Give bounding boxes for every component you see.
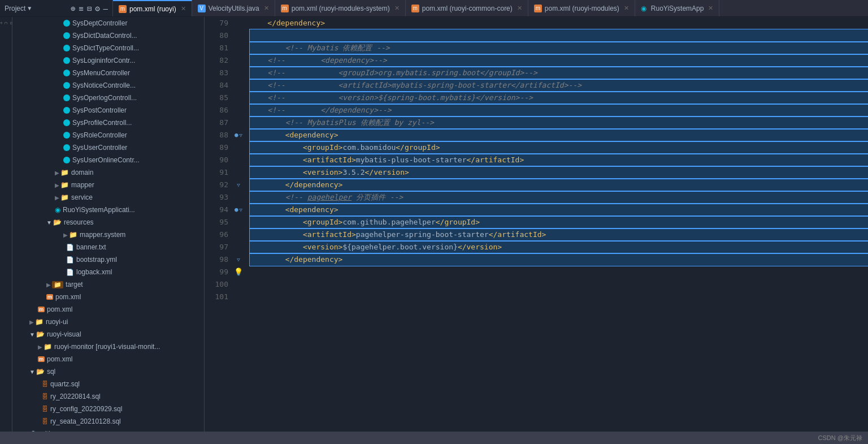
tab-pom-modules-system[interactable]: m pom.xml (ruoyi-modules-system) ✕ <box>275 0 406 16</box>
sidebar-item-sys-dept[interactable]: SysDeptController <box>12 17 204 29</box>
sidebar-item-ruoyi-monitor[interactable]: ▶ 📁 ruoyi-monitor [ruoyi1-visual-monit..… <box>12 340 204 353</box>
sidebar-item-sys-dict-type[interactable]: SysDictTypeControll... <box>12 42 204 54</box>
code-line-91: <version>3.5.2</version> <box>250 166 868 179</box>
sidebar-item-logback[interactable]: 📄 logback.xml <box>12 266 204 278</box>
sidebar-item-sys-role[interactable]: SysRoleController <box>12 129 204 141</box>
code-editor[interactable]: </dependency> <!-- Mybatis 依赖配置 --> <!--… <box>244 17 868 432</box>
code-line-94: <dependency> <box>250 204 868 216</box>
sidebar-item-sys-login[interactable]: SysLogininforContr... <box>12 54 204 67</box>
ruoyi-monitor-folder-icon: 📁 <box>44 343 52 351</box>
tab-bar: Project ▼ ⊕ ≡ ⊟ ⚙ — m pom.xml (ruoyi) ✕ … <box>0 0 868 17</box>
tab-pom-modules-icon: m <box>281 5 289 12</box>
sidebar-item-pom-inner[interactable]: m pom.xml <box>12 291 204 303</box>
code-line-79: </dependency> <box>250 17 868 29</box>
list2-icon[interactable]: ⊟ <box>87 4 92 13</box>
sidebar-item-banner[interactable]: 📄 banner.txt <box>12 241 204 253</box>
project-arrow-icon[interactable]: ▼ <box>28 5 31 11</box>
sidebar-item-ry-sql[interactable]: 🗄 ry_20220814.sql <box>12 390 204 403</box>
sidebar-item-ry-seata-sql[interactable]: 🗄 ry_seata_20210128.sql <box>12 415 204 428</box>
gutter-94[interactable]: ●▽ <box>235 204 242 216</box>
tab-pom-common-core[interactable]: m pom.xml (ruoyi-common-core) ✕ <box>406 0 528 16</box>
sidebar-item-sys-notice[interactable]: SysNoticeControlle... <box>12 79 204 92</box>
add-icon[interactable]: ⊕ <box>71 4 75 13</box>
code-line-99 <box>250 266 868 278</box>
cyan-dot-icon12 <box>63 157 70 163</box>
sidebar-label-sys-dict-data: SysDictDataControl... <box>72 32 137 40</box>
code-line-82: <!-- <dependency>--> <box>250 54 868 67</box>
tab-ruoyi-app[interactable]: ◉ RuoYiSystemApp ✕ <box>635 0 720 16</box>
ruoyi-monitor-arrow-icon: ▶ <box>38 344 42 350</box>
mapper-arrow-icon: ▶ <box>55 182 59 188</box>
sidebar-label-domain: domain <box>71 169 93 176</box>
sidebar-label-target: target <box>66 281 83 288</box>
project-toolbar: ⊕ ≡ ⊟ ⚙ — <box>71 4 108 13</box>
sidebar-item-ruoyi-sys-app[interactable]: ◉ RuoYiSystemApplicati... <box>12 204 204 216</box>
bootstrap-file-icon: 📄 <box>66 256 74 264</box>
code-line-98: </dependency> <box>250 253 868 266</box>
tab-pom-ruoyi[interactable]: m pom.xml (ruoyi) ✕ <box>113 0 192 16</box>
sidebar[interactable]: SysDeptController SysDictDataControl... … <box>12 17 205 432</box>
tab-pom-ruoyi-close[interactable]: ✕ <box>181 5 186 12</box>
sidebar-label-sys-menu: SysMenuController <box>72 69 130 77</box>
sql-folder-icon: 📂 <box>36 368 45 376</box>
code-line-83: <!-- <groupId>org.mybatis.spring.boot</g… <box>250 67 868 79</box>
tab-ruoyi-app-icon: ◉ <box>641 5 646 12</box>
gutter-92[interactable]: ▽ <box>237 179 240 191</box>
sidebar-item-target[interactable]: ▶ 📁 target <box>12 278 204 291</box>
sidebar-label-sys-role: SysRoleController <box>72 131 127 139</box>
sidebar-item-gitignore[interactable]: 🔒 .gitignore <box>12 428 204 432</box>
line-num-92: 92 <box>205 179 228 191</box>
sidebar-item-mapper[interactable]: ▶ 📁 mapper <box>12 179 204 191</box>
sidebar-item-sql[interactable]: ▼ 📂 sql <box>12 365 204 378</box>
cyan-dot-icon10 <box>63 132 70 139</box>
tab-pom-modules-close[interactable]: ✕ <box>394 5 400 12</box>
sidebar-item-sys-dict-data[interactable]: SysDictDataControl... <box>12 29 204 42</box>
sidebar-item-sys-user[interactable]: SysUserController <box>12 141 204 154</box>
ruoyi-ui-folder-icon: 📁 <box>35 318 44 326</box>
sidebar-item-sys-profile[interactable]: SysProfileControll... <box>12 117 204 129</box>
minimize-icon[interactable]: — <box>103 4 108 13</box>
tab-velocity-close[interactable]: ✕ <box>264 5 269 12</box>
target-arrow-icon: ▶ <box>46 282 51 288</box>
sidebar-item-service[interactable]: ▶ 📁 service <box>12 191 204 204</box>
sidebar-item-ry-config-sql[interactable]: 🗄 ry_config_20220929.sql <box>12 403 204 415</box>
gutter-98[interactable]: ▽ <box>237 253 240 266</box>
sidebar-item-ruoyi-visual[interactable]: ▼ 📂 ruoyi-visual <box>12 328 204 340</box>
list-icon[interactable]: ≡ <box>79 4 83 13</box>
pom-outer-icon: m <box>38 307 45 312</box>
sidebar-item-sys-post[interactable]: SysPostController <box>12 104 204 117</box>
code-line-81: <!-- Mybatis 依赖配置 --> <box>250 42 868 54</box>
settings-icon[interactable]: ⚙ <box>95 4 99 13</box>
sidebar-label-sys-profile: SysProfileControll... <box>72 119 132 127</box>
line-num-79: 79 <box>205 17 228 29</box>
line-num-95: 95 <box>205 216 228 229</box>
sidebar-item-quartz-sql[interactable]: 🗄 quartz.sql <box>12 378 204 390</box>
sidebar-item-ruoyi-ui[interactable]: ▶ 📁 ruoyi-ui <box>12 316 204 328</box>
sidebar-item-sys-menu[interactable]: SysMenuController <box>12 67 204 79</box>
tab-pom-modules[interactable]: m pom.xml (ruoyi-modules) ✕ <box>528 0 635 16</box>
sidebar-item-sys-operlog[interactable]: SysOperlogControll... <box>12 92 204 104</box>
line-num-91: 91 <box>205 166 228 179</box>
gutter-88[interactable]: ●▽ <box>235 129 242 141</box>
sidebar-label-sys-notice: SysNoticeControlle... <box>72 81 136 89</box>
sidebar-item-sys-user-online[interactable]: SysUserOnlineContr... <box>12 154 204 166</box>
code-line-101 <box>250 291 868 303</box>
tab-pom-common-close[interactable]: ✕ <box>517 5 522 12</box>
tab-velocity-icon: V <box>198 5 206 12</box>
tab-ruoyi-app-label: RuoYiSystemApp <box>651 5 704 12</box>
sidebar-item-domain[interactable]: ▶ 📁 domain <box>12 166 204 179</box>
code-line-93: <!-- pagehelper 分页插件 --> <box>250 191 868 204</box>
sidebar-item-pom-visual[interactable]: m pom.xml <box>12 353 204 365</box>
sidebar-item-resources[interactable]: ▼ 📂 resources <box>12 216 204 229</box>
tab-ruoyi-app-close[interactable]: ✕ <box>708 5 713 12</box>
sidebar-item-mapper-system[interactable]: ▶ 📁 mapper.system <box>12 229 204 241</box>
line-num-89: 89 <box>205 141 228 154</box>
tab-pom-ruoyi-icon: m <box>119 5 127 13</box>
sidebar-item-pom-outer[interactable]: m pom.xml <box>12 303 204 316</box>
tab-velocity-utils[interactable]: V VelocityUtils.java ✕ <box>192 0 275 16</box>
mapper-system-folder-icon: 📁 <box>69 231 77 239</box>
tab-pom-modules2-close[interactable]: ✕ <box>624 5 629 12</box>
gutter: ●▽ ▽ ●▽ ▽ 💡 <box>233 17 244 432</box>
sidebar-item-bootstrap[interactable]: 📄 bootstrap.yml <box>12 253 204 266</box>
line-num-100: 100 <box>205 278 228 291</box>
